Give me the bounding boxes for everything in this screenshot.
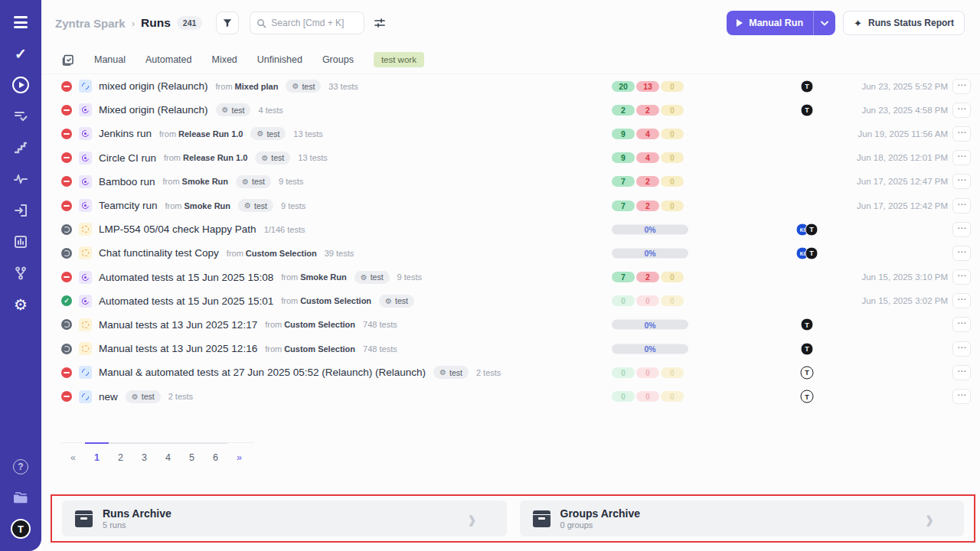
help-icon[interactable]: ? — [11, 458, 30, 476]
tab-manual[interactable]: Manual — [94, 54, 126, 65]
tab-groups[interactable]: Groups — [322, 54, 354, 65]
filter-button[interactable] — [216, 11, 239, 34]
breadcrumb-project[interactable]: Zyntra Spark — [55, 17, 126, 30]
run-row[interactable]: Automated tests at 15 Jun 2025 15:01 fro… — [41, 289, 980, 313]
reports-icon[interactable] — [11, 233, 30, 251]
avatar-t[interactable]: T — [801, 103, 814, 116]
row-menu-button[interactable]: ⋯ — [952, 246, 971, 261]
run-name[interactable]: Teamcity run — [99, 200, 158, 211]
milestones-icon[interactable] — [11, 139, 30, 157]
avatar-t[interactable]: T — [801, 80, 814, 93]
display-settings-icon[interactable] — [374, 17, 386, 29]
run-tag-badge[interactable]: ⚙test — [379, 295, 414, 308]
imports-icon[interactable] — [11, 201, 30, 220]
row-menu-button[interactable]: ⋯ — [952, 365, 971, 380]
run-test-count: 9 tests — [281, 201, 305, 210]
pagination-prev[interactable]: « — [61, 442, 85, 463]
pagination-next[interactable]: » — [227, 442, 251, 463]
runs-archive-card[interactable]: Runs Archive 5 runs › — [62, 500, 507, 536]
test-cases-icon[interactable]: ✓ — [11, 44, 30, 63]
avatar-t[interactable]: T — [801, 342, 814, 355]
defects-icon[interactable] — [11, 170, 30, 188]
avatar-t[interactable]: T — [805, 246, 818, 259]
run-tag-badge[interactable]: ⚙test — [433, 366, 469, 379]
tab-mixed[interactable]: Mixed — [211, 54, 237, 65]
row-menu-button[interactable]: ⋯ — [952, 150, 971, 165]
tab-unfinished[interactable]: Unfinished — [257, 54, 302, 65]
row-menu-button[interactable]: ⋯ — [952, 389, 971, 404]
avatar-t[interactable]: T — [801, 366, 814, 379]
row-menu-button[interactable]: ⋯ — [952, 341, 971, 357]
run-row[interactable]: Manual & automated tests at 27 Jun 2025 … — [41, 360, 980, 384]
run-tag-badge[interactable]: ⚙test — [216, 103, 251, 116]
run-name[interactable]: new — [99, 391, 118, 403]
run-tag-badge[interactable]: ⚙test — [250, 127, 286, 140]
run-row[interactable]: Chat functinality test Copy fromCustom S… — [41, 241, 980, 265]
search-box[interactable] — [250, 11, 364, 34]
run-row[interactable]: Mixed origin (Relaunch) ⚙test 4 tests 22… — [41, 98, 980, 122]
run-name[interactable]: Manual tests at 13 Jun 2025 12:17 — [99, 319, 257, 331]
search-input[interactable] — [271, 18, 355, 28]
runs-icon[interactable] — [11, 76, 30, 94]
row-menu-button[interactable]: ⋯ — [952, 269, 971, 285]
select-runs-icon[interactable] — [61, 54, 74, 67]
avatar-t[interactable]: T — [805, 223, 818, 236]
row-menu-button[interactable]: ⋯ — [952, 126, 971, 142]
run-row[interactable]: new ⚙test 2 tests 000 T ⋯ — [41, 384, 980, 408]
run-name[interactable]: Bamboo run — [99, 176, 155, 187]
run-row[interactable]: Manual tests at 13 Jun 2025 12:16 fromCu… — [41, 337, 980, 360]
row-menu-button[interactable]: ⋯ — [952, 198, 971, 214]
run-tag-badge[interactable]: ⚙test — [255, 152, 290, 165]
run-tag-badge[interactable]: ⚙test — [286, 80, 321, 93]
manual-run-dropdown[interactable] — [814, 11, 835, 35]
active-filter-tag[interactable]: test work — [374, 52, 424, 67]
avatar-t[interactable]: T — [801, 390, 814, 403]
run-tag-badge[interactable]: ⚙test — [236, 175, 271, 188]
run-row[interactable]: Teamcity run fromSmoke Run ⚙test 9 tests… — [41, 194, 980, 217]
run-name[interactable]: Mixed origin (Relaunch) — [99, 104, 208, 116]
pagination-page-6[interactable]: 6 — [204, 442, 227, 463]
run-row[interactable]: mixed origin (Relaunch) fromMixed plan ⚙… — [41, 74, 980, 98]
run-name[interactable]: mixed origin (Relaunch) — [99, 80, 208, 92]
run-row[interactable]: Manual tests at 13 Jun 2025 12:17 fromCu… — [41, 313, 980, 337]
tab-automated[interactable]: Automated — [145, 54, 191, 65]
row-menu-button[interactable]: ⋯ — [952, 174, 971, 189]
pagination-page-3[interactable]: 3 — [132, 442, 156, 463]
groups-archive-card[interactable]: Groups Archive 0 groups › — [520, 500, 965, 536]
run-name[interactable]: Manual tests at 13 Jun 2025 12:16 — [99, 343, 257, 354]
row-menu-button[interactable]: ⋯ — [952, 317, 971, 332]
pagination-page-2[interactable]: 2 — [109, 442, 132, 463]
pagination-page-1[interactable]: 1 — [85, 442, 109, 463]
pagination-page-5[interactable]: 5 — [180, 442, 204, 463]
row-menu-button[interactable]: ⋯ — [952, 103, 971, 118]
run-name[interactable]: Circle CI run — [99, 152, 156, 164]
row-menu-button[interactable]: ⋯ — [952, 79, 971, 94]
integrations-icon[interactable] — [11, 264, 30, 282]
settings-icon[interactable]: ⚙ — [11, 295, 30, 314]
runs-status-report-button[interactable]: ✦ Runs Status Report — [843, 11, 965, 35]
run-name[interactable]: Jenkins run — [99, 128, 152, 139]
run-row[interactable]: Automated tests at 15 Jun 2025 15:08 fro… — [41, 266, 980, 289]
run-name[interactable]: Automated tests at 15 Jun 2025 15:08 — [99, 272, 273, 283]
run-row[interactable]: Circle CI run fromRelease Run 1.0 ⚙test … — [41, 146, 980, 170]
run-row[interactable]: LMP-554 05/04 check Happy Path 1/146 tes… — [41, 217, 980, 241]
run-tag-badge[interactable]: ⚙test — [238, 199, 273, 212]
run-name[interactable]: LMP-554 05/04 check Happy Path — [99, 223, 256, 235]
run-tag-badge[interactable]: ⚙test — [126, 390, 161, 403]
run-row[interactable]: Jenkins run fromRelease Run 1.0 ⚙test 13… — [41, 122, 980, 145]
menu-toggle-icon[interactable] — [11, 13, 30, 31]
row-menu-button[interactable]: ⋯ — [952, 222, 971, 237]
run-row[interactable]: Bamboo run fromSmoke Run ⚙test 9 tests 7… — [41, 170, 980, 194]
row-menu-button[interactable]: ⋯ — [952, 293, 971, 308]
user-avatar[interactable]: T — [11, 519, 31, 539]
run-tag-badge[interactable]: ⚙test — [354, 271, 390, 284]
run-name[interactable]: Automated tests at 15 Jun 2025 15:01 — [99, 295, 273, 307]
run-name[interactable]: Chat functinality test Copy — [99, 247, 219, 259]
projects-folder-icon[interactable] — [11, 488, 30, 507]
manual-run-button[interactable]: Manual Run — [727, 11, 835, 35]
pagination-page-4[interactable]: 4 — [156, 442, 180, 463]
run-name[interactable]: Manual & automated tests at 27 Jun 2025 … — [99, 367, 426, 378]
shared-steps-icon[interactable] — [11, 107, 30, 126]
avatar-t[interactable]: T — [801, 318, 814, 331]
run-results: 720 — [612, 201, 688, 211]
